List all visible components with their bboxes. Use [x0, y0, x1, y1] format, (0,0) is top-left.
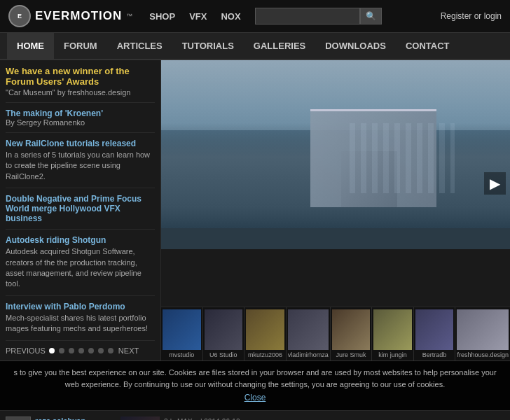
user-item-0: reza salehyan Iran Islamic Republic Of, … [6, 416, 111, 420]
thumb-1[interactable]: U6 Studio [203, 307, 245, 360]
news-title-6[interactable]: Interview with Pablo Perdomo [6, 302, 125, 312]
news-item-4: Double Negative and Prime Focus World me… [6, 194, 155, 230]
shop-link[interactable]: SHOP [149, 11, 175, 22]
user-info-0: reza salehyan Iran Islamic Republic Of, … [35, 416, 111, 420]
thumb-3[interactable]: vladimirhomza [287, 307, 331, 360]
logo-tm: ™ [126, 13, 132, 20]
thumb-label-1: U6 Studio [205, 351, 243, 358]
nav-home[interactable]: HOME [7, 33, 54, 59]
nav-galleries[interactable]: GALLERIES [244, 33, 315, 59]
slider-dot-6[interactable] [108, 348, 113, 354]
news-item-6: Interview with Pablo Perdomo Mech-specia… [6, 302, 155, 341]
users-column: reza salehyan Iran Islamic Republic Of, … [6, 416, 111, 420]
header-nav: SHOP VFX NOX [149, 11, 240, 22]
thumb-5[interactable]: kim jungin [372, 307, 414, 360]
thumb-label-5: kim jungin [373, 351, 412, 358]
user-name-0[interactable]: reza salehyan [35, 416, 111, 420]
news-title-2[interactable]: The making of 'Kroenen' [6, 108, 103, 118]
main-nav: HOME FORUM ARTICLES TUTORIALS GALLERIES … [0, 33, 510, 60]
register-login[interactable]: Register or login [441, 11, 502, 21]
slider-dot-2[interactable] [69, 348, 74, 354]
nav-contact[interactable]: CONTACT [396, 33, 460, 59]
news-title-1[interactable]: We have a new winner of the Forum Users'… [6, 66, 130, 87]
thumb-7[interactable]: freshhouse.design [455, 307, 510, 360]
search-button[interactable]: 🔍 [360, 8, 382, 24]
news-item-2: The making of 'Kroenen' By Sergey Romane… [6, 108, 155, 133]
cookie-text: s to give you the best experience on our… [13, 368, 496, 389]
thumb-2[interactable]: mkutzu2006 [244, 307, 287, 360]
search-input[interactable] [255, 8, 360, 24]
news-title-5[interactable]: Autodesk riding Shotgun [6, 235, 106, 245]
slider-dot-5[interactable] [98, 348, 104, 354]
article-item-0: 3ds MAX | 2014-06-10 [120, 416, 361, 420]
news-desc-6: Mech-specialist shares his latest portfo… [6, 313, 155, 335]
slider-prev[interactable]: PREVIOUS [6, 346, 46, 355]
content-area: We have a new winner of the Forum Users'… [0, 60, 510, 360]
logo-area: E EVERMOTION ™ [8, 5, 132, 27]
slider-dot-4[interactable] [88, 348, 94, 354]
news-author-2: By Sergey Romanenko [6, 118, 155, 127]
bottom-section: reza salehyan Iran Islamic Republic Of, … [0, 410, 510, 420]
vfx-link[interactable]: VFX [189, 11, 207, 22]
news-title-3[interactable]: New RailClone tutorials released [6, 139, 136, 148]
slider-controls: PREVIOUS NEXT [6, 346, 155, 355]
header: E EVERMOTION ™ SHOP VFX NOX 🔍 Register o… [0, 0, 510, 33]
thumb-label-6: Bertradb [415, 351, 454, 358]
slider-dot-3[interactable] [78, 348, 84, 354]
thumb-4[interactable]: Jure Smuk [331, 307, 373, 360]
nav-downloads[interactable]: DOWNLOADS [315, 33, 396, 59]
slider-dot-1[interactable] [59, 348, 64, 354]
thumb-label-0: mvstudio [163, 351, 201, 358]
slider-dot-0[interactable] [49, 348, 55, 354]
news-subtitle-1: "Car Museum" by freshhouse.design [6, 88, 155, 97]
cookie-bar: s to give you the best experience on our… [0, 360, 510, 410]
header-search-area: 🔍 [255, 8, 382, 24]
logo-icon: E [8, 5, 31, 27]
subscribe-column: I accept Terms and conditions SUBSCRIBE [371, 416, 504, 420]
nav-forum[interactable]: FORUM [54, 33, 107, 59]
nox-link[interactable]: NOX [221, 11, 240, 22]
news-item-3: New RailClone tutorials released In a se… [6, 139, 155, 188]
news-title-4[interactable]: Double Negative and Prime Focus World me… [6, 194, 142, 223]
left-panel: We have a new winner of the Forum Users'… [0, 60, 161, 360]
slider-next[interactable]: NEXT [118, 346, 139, 355]
nav-tutorials[interactable]: TUTORIALS [172, 33, 244, 59]
thumb-6[interactable]: Bertradb [414, 307, 456, 360]
main-hero-image: ▶ [161, 60, 510, 307]
avatar-0 [6, 416, 31, 420]
nav-articles[interactable]: ARTICLES [107, 33, 172, 59]
thumb-label-4: Jure Smuk [332, 351, 371, 358]
main-image-column: ▶ mvstudio U6 Studio mkutzu2006 vladimir… [161, 60, 510, 360]
articles-column: 3ds MAX | 2014-06-10 E3 2014 trailers an… [116, 416, 366, 420]
thumb-0[interactable]: mvstudio [161, 307, 203, 360]
news-item-1: We have a new winner of the Forum Users'… [6, 66, 155, 103]
article-thumb-0 [120, 416, 160, 420]
news-item-5: Autodesk riding Shotgun Autodesk acquire… [6, 235, 155, 296]
news-desc-5: Autodesk acquired Shotgun Software, crea… [6, 246, 155, 290]
thumbnails-row: mvstudio U6 Studio mkutzu2006 vladimirho… [161, 307, 510, 360]
thumb-label-7: freshhouse.design [457, 351, 509, 358]
news-desc-3: In a series of 5 tutorials you can learn… [6, 150, 155, 182]
thumb-label-2: mkutzu2006 [246, 351, 284, 358]
logo-text: EVERMOTION [35, 9, 122, 23]
thumb-label-3: vladimirhomza [288, 351, 329, 358]
close-cookie-button[interactable]: Close [244, 393, 266, 402]
slider-arrow-right[interactable]: ▶ [484, 172, 506, 195]
